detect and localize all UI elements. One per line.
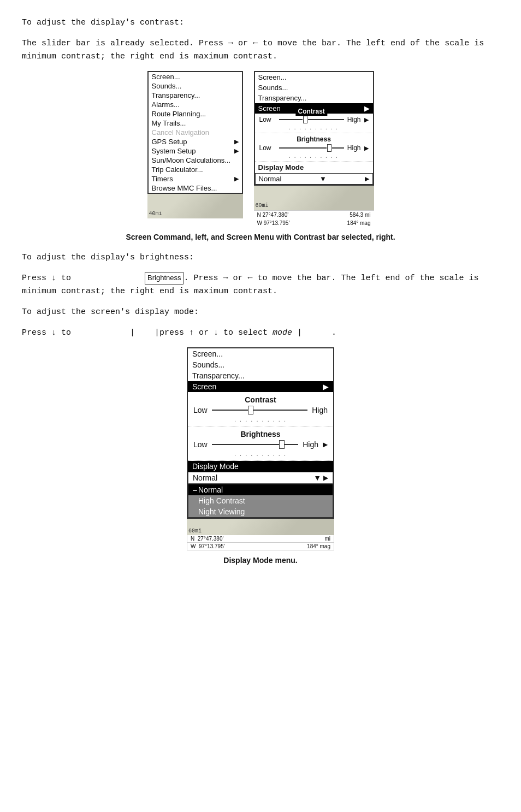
large-screen-selected: Screen▶	[188, 381, 333, 392]
menu-item-trails: My Trails...	[149, 118, 242, 128]
option-night-viewing: Night Viewing	[188, 506, 333, 517]
caption1: Screen Command, left, and Screen Menu wi…	[22, 233, 499, 241]
display-mode-section: Display Mode	[255, 162, 373, 173]
menu-item-transparency: Transparency...	[149, 91, 242, 100]
status-bar-right: N 27°47.380' 584.3 mi	[254, 210, 374, 219]
display-mode-inline: Press ↓ to | |press ↑ or ↓ to select mod…	[22, 327, 499, 340]
brightness-section: Brightness Low High ▶ . . . . . . . . . …	[255, 133, 373, 162]
large-status-bar2: W 97°13.795' 184° mag	[187, 543, 334, 550]
right-screen-menu: Screen... Sounds... Transparency... Scre…	[254, 71, 374, 227]
left-screen-menu: Screen... Sounds... Transparency... Alar…	[147, 71, 243, 227]
right-transparency-header: Transparency...	[255, 93, 373, 103]
map-area-right: 60mi	[254, 186, 374, 210]
large-menu-sounds: Sounds...	[188, 359, 333, 370]
brightness-ref-inline: Brightness	[145, 272, 183, 285]
large-contrast-section: Contrast Low High . . . . . . . . . .	[188, 392, 333, 426]
option-normal: –Normal	[188, 484, 333, 495]
display-mode-heading: To adjust the screen's display mode:	[22, 306, 499, 319]
status-bar-right2: W 97°13.795' 184° mag	[254, 219, 374, 227]
menu-item-browse: Browse MMC Files...	[149, 183, 242, 193]
menu-item-trip: Trip Calculator...	[149, 165, 242, 174]
menu-item-alarms: Alarms...	[149, 100, 242, 109]
right-screen-header: Screen...	[255, 72, 373, 82]
menu-item-system-setup: System Setup▶	[149, 146, 242, 156]
menu-item-gps-setup: GPS Setup▶	[149, 137, 242, 146]
large-display-mode-row: Display Mode	[188, 461, 333, 472]
intro-para: To adjust the display's contrast:	[22, 16, 499, 29]
screenshots-row: Screen... Sounds... Transparency... Alar…	[22, 71, 499, 227]
normal-row: Normal ▼ ▶	[255, 173, 373, 185]
menu-item-timers: Timers▶	[149, 174, 242, 183]
menu-item-sunmoon: Sun/Moon Calculations...	[149, 156, 242, 165]
contrast-section: Low Contrast High ▶ . . . . . . . . . .	[255, 114, 373, 133]
large-menu-screen: Screen...	[188, 348, 333, 359]
brightness-desc: Press ↓ to Brightness. Press → or ← to m…	[22, 272, 499, 298]
caption2: Display Mode menu.	[22, 556, 499, 565]
menu-item-screen: Screen...	[149, 72, 242, 81]
large-map-area: 60mi	[187, 519, 334, 535]
large-gps-box: Screen... Sounds... Transparency... Scre…	[187, 347, 334, 519]
brightness-heading: To adjust the display's brightness:	[22, 251, 499, 264]
right-sounds-header: Sounds...	[255, 82, 373, 93]
large-screenshot-center: Screen... Sounds... Transparency... Scre…	[22, 347, 499, 550]
menu-item-route: Route Planning...	[149, 109, 242, 118]
large-brightness-section: Brightness Low High ▶ . . . . . . . . . …	[188, 426, 333, 461]
large-dropdown-options: –Normal High Contrast Night Viewing	[188, 484, 333, 518]
large-menu-container: Screen... Sounds... Transparency... Scre…	[187, 347, 334, 550]
contrast-label-box: Contrast	[295, 107, 327, 116]
map-area-left: 40mi	[147, 194, 243, 218]
large-menu-transparency: Transparency...	[188, 370, 333, 381]
large-status-bar: N 27°47.380' mi	[187, 535, 334, 543]
option-high-contrast: High Contrast	[188, 495, 333, 506]
menu-item-cancel-nav: Cancel Navigation	[149, 128, 242, 137]
contrast-desc: The slider bar is already selected. Pres…	[22, 37, 499, 63]
large-normal-select: Normal ▼ ▶	[188, 472, 333, 484]
menu-item-sounds: Sounds...	[149, 81, 242, 91]
